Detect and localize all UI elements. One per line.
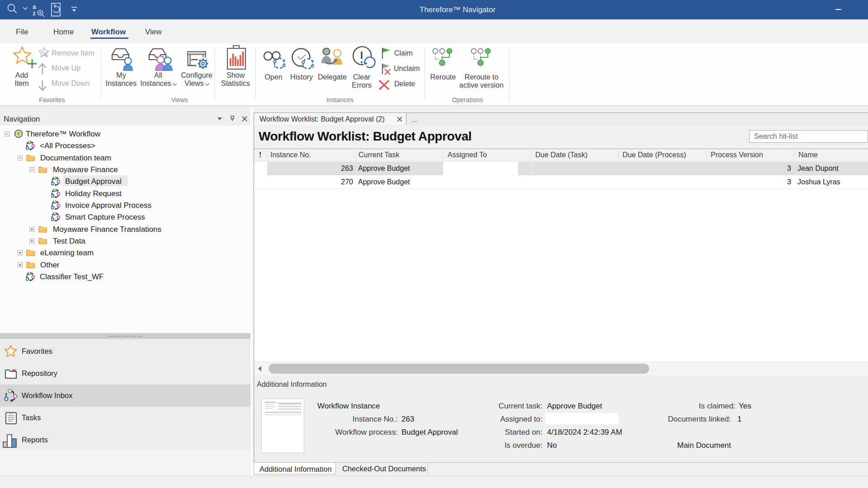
svg-text:z: z: [33, 9, 36, 17]
